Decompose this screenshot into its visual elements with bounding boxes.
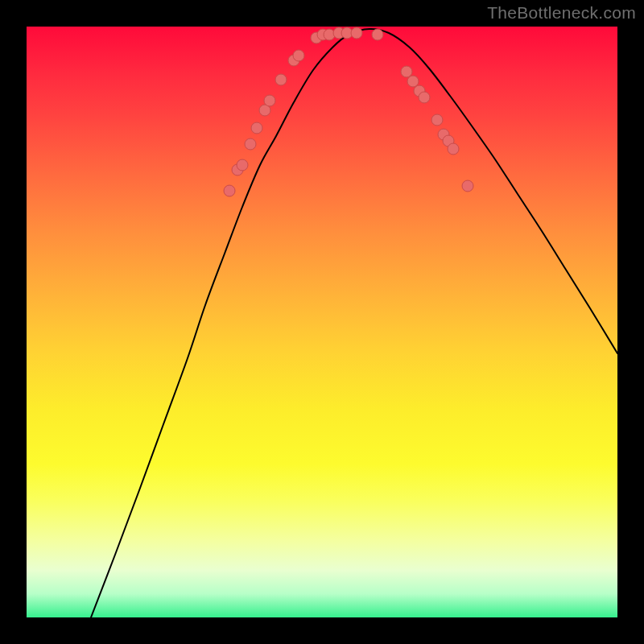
data-marker bbox=[293, 50, 304, 61]
data-marker bbox=[351, 27, 362, 39]
data-marker bbox=[237, 159, 248, 171]
data-marker bbox=[419, 92, 430, 103]
data-marker bbox=[245, 138, 256, 150]
chart-frame: TheBottleneck.com bbox=[0, 0, 644, 644]
data-marker bbox=[407, 76, 419, 87]
plot-area bbox=[27, 27, 617, 617]
data-marker bbox=[448, 143, 459, 155]
data-marker bbox=[431, 114, 443, 126]
bottleneck-curve bbox=[91, 29, 617, 617]
data-marker bbox=[401, 66, 412, 77]
chart-svg bbox=[27, 27, 617, 617]
data-markers bbox=[224, 27, 473, 196]
data-marker bbox=[462, 180, 473, 192]
data-marker bbox=[264, 95, 275, 106]
data-marker bbox=[224, 185, 235, 196]
data-marker bbox=[372, 29, 383, 40]
data-marker bbox=[251, 122, 262, 134]
watermark-text: TheBottleneck.com bbox=[487, 3, 636, 23]
data-marker bbox=[275, 74, 287, 85]
